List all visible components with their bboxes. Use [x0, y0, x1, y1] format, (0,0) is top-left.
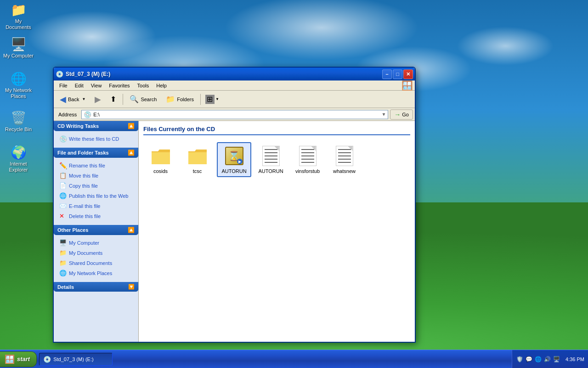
- internet-explorer-label: Internet Explorer: [2, 161, 34, 173]
- back-dropdown-arrow[interactable]: ▼: [82, 97, 85, 101]
- go-arrow-icon: →: [394, 111, 401, 118]
- file-folder-tasks-header[interactable]: File and Folder Tasks 🔼: [54, 148, 138, 158]
- folders-icon: 📁: [166, 95, 175, 104]
- move-label: Move this file: [69, 173, 98, 178]
- desktop-icon-my-computer[interactable]: 🖥️ My Computer: [2, 37, 34, 59]
- views-button[interactable]: ⊞ ▼: [203, 92, 221, 106]
- other-places-body: 🖥️ My Computer 📁 My Documents 📁 Shared D…: [54, 235, 138, 281]
- desktop-icon-internet-explorer[interactable]: 🌍 Internet Explorer: [2, 145, 34, 173]
- details-section: Details 🔽: [54, 282, 138, 292]
- other-computer-icon: 🖥️: [59, 239, 67, 247]
- file-item-whatsnew[interactable]: whatsnew: [327, 142, 362, 177]
- publish-label: Publish this file to the Web: [69, 193, 128, 199]
- my-documents-label: My Documents: [2, 18, 34, 30]
- address-dropdown-arrow[interactable]: ▼: [381, 112, 386, 117]
- back-label: Back: [68, 97, 79, 102]
- forward-button[interactable]: ▶: [90, 92, 105, 106]
- delete-icon: ✕: [59, 213, 67, 220]
- other-places-header[interactable]: Other Places 🔼: [54, 225, 138, 235]
- publish-web-item[interactable]: 🌐 Publish this file to the Web: [56, 191, 136, 201]
- close-button[interactable]: ✕: [403, 69, 413, 79]
- tray-icon-1[interactable]: 🛡️: [516, 356, 523, 363]
- cd-writing-tasks-header[interactable]: CD Writing Tasks 🔼: [54, 121, 138, 131]
- vinsforstub-name: vinsforstub: [295, 168, 320, 174]
- cd-writing-collapse-arrow: 🔼: [128, 123, 135, 129]
- network-icon: 🌐: [59, 270, 67, 277]
- publish-icon: 🌐: [59, 192, 67, 200]
- address-input-container[interactable]: 💿 ▼: [81, 110, 388, 119]
- menu-view[interactable]: View: [87, 82, 106, 89]
- taskbar-active-item[interactable]: 💿 Std_07_3 (M) (E:): [39, 353, 113, 366]
- tray-icon-3[interactable]: 🌐: [534, 356, 542, 363]
- file-item-cosids[interactable]: cosids: [143, 142, 178, 177]
- details-collapse-arrow: 🔽: [128, 284, 135, 290]
- address-cd-icon: 💿: [84, 111, 91, 118]
- other-my-computer-item[interactable]: 🖥️ My Computer: [56, 238, 136, 248]
- desktop-icon-recycle-bin[interactable]: 🗑️ Recycle Bin: [2, 110, 34, 132]
- copy-file-item[interactable]: 📄 Copy this file: [56, 181, 136, 191]
- other-places-collapse-arrow: 🔼: [128, 227, 135, 233]
- start-logo-icon: 🪟: [5, 354, 15, 364]
- whatsnew-name: whatsnew: [333, 168, 356, 174]
- other-places-section: Other Places 🔼 🖥️ My Computer 📁 My Docum…: [54, 225, 138, 281]
- go-button[interactable]: → Go: [390, 109, 413, 120]
- my-network-places-label: My Network Places: [69, 270, 112, 276]
- back-button[interactable]: ◀ Back ▼: [56, 92, 90, 106]
- file-item-vinsforstub[interactable]: vinsforstub: [290, 142, 325, 177]
- network-places-label: My Network Places: [2, 87, 34, 99]
- desktop-icon-my-network-places[interactable]: 🌐 My Network Places: [2, 71, 34, 99]
- search-label: Search: [141, 97, 157, 102]
- details-header[interactable]: Details 🔽: [54, 282, 138, 292]
- my-network-places-item[interactable]: 🌐 My Network Places: [56, 268, 136, 278]
- move-file-item[interactable]: 📋 Move this file: [56, 171, 136, 181]
- shared-documents-item[interactable]: 📁 Shared Documents: [56, 258, 136, 268]
- shared-docs-icon: 📁: [59, 259, 67, 267]
- rename-icon: ✏️: [59, 162, 67, 169]
- write-files-item[interactable]: 💿 Write these files to CD: [56, 134, 136, 144]
- write-files-label: Write these files to CD: [69, 136, 119, 142]
- start-button[interactable]: 🪟 start: [0, 351, 37, 367]
- search-button[interactable]: 🔍 Search: [125, 92, 161, 106]
- file-item-autorun-exe[interactable]: ⌛ ▶ AUTORUN: [217, 142, 251, 177]
- email-file-item[interactable]: ✉️ E-mail this file: [56, 201, 136, 211]
- taskbar-items: 💿 Std_07_3 (M) (E:): [37, 353, 512, 366]
- tray-icon-5[interactable]: 🖥️: [553, 356, 560, 363]
- menu-edit[interactable]: Edit: [71, 82, 87, 89]
- recycle-bin-icon: 🗑️: [11, 110, 26, 125]
- delete-file-item[interactable]: ✕ Delete this file: [56, 211, 136, 221]
- up-button[interactable]: ⬆: [106, 92, 120, 106]
- tray-icon-2[interactable]: 💬: [525, 356, 532, 363]
- title-bar[interactable]: 💿 Std_07_3 (M) (E:) – □ ✕: [54, 68, 415, 80]
- menu-file[interactable]: File: [56, 82, 71, 89]
- autorun-inf-icon: [260, 145, 282, 167]
- menu-tools[interactable]: Tools: [134, 82, 153, 89]
- other-places-title: Other Places: [57, 227, 88, 233]
- cd-writing-tasks-title: CD Writing Tasks: [57, 123, 99, 129]
- rename-file-item[interactable]: ✏️ Rename this file: [56, 161, 136, 171]
- file-item-autorun-inf[interactable]: AUTORUN: [254, 142, 288, 177]
- file-item-tcsc[interactable]: tcsc: [180, 142, 215, 177]
- menu-favorites[interactable]: Favorites: [105, 82, 133, 89]
- copy-icon: 📄: [59, 182, 67, 190]
- forward-icon: ▶: [95, 94, 101, 104]
- tray-icon-4[interactable]: 🔊: [543, 356, 551, 363]
- menu-help[interactable]: Help: [153, 82, 170, 89]
- maximize-button[interactable]: □: [393, 69, 402, 79]
- autorun-inf-name: AUTORUN: [258, 168, 283, 174]
- autorun-exe-icon: ⌛ ▶: [223, 145, 245, 167]
- left-panel: CD Writing Tasks 🔼 💿 Write these files t…: [54, 121, 139, 342]
- autorun-exe-name: AUTORUN: [221, 168, 246, 174]
- files-grid: cosids tcsc: [143, 142, 410, 177]
- my-computer-label: My Computer: [3, 53, 34, 59]
- desktop-icon-my-documents[interactable]: 📁 My Documents: [2, 2, 34, 30]
- window-icon: 💿: [56, 70, 63, 78]
- cd-writing-tasks-body: 💿 Write these files to CD: [54, 131, 138, 147]
- move-icon: 📋: [59, 172, 67, 179]
- tcsc-icon: [187, 145, 209, 167]
- folders-button[interactable]: 📁 Folders: [162, 92, 198, 106]
- recycle-bin-label: Recycle Bin: [5, 126, 32, 132]
- other-my-documents-item[interactable]: 📁 My Documents: [56, 248, 136, 258]
- whatsnew-icon: [334, 145, 356, 167]
- minimize-button[interactable]: –: [382, 69, 392, 79]
- address-input[interactable]: [93, 112, 379, 117]
